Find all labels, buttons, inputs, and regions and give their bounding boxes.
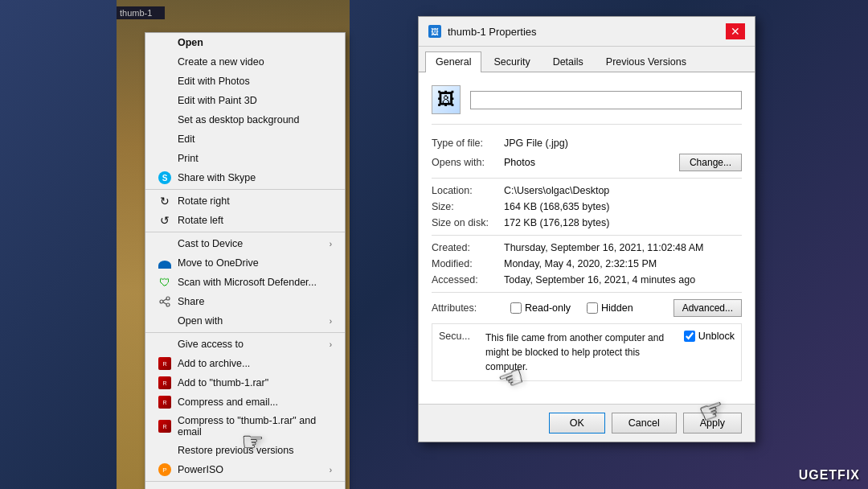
rar-add-icon: R — [158, 376, 171, 389]
location-value: C:\Users\olgac\Desktop — [504, 185, 742, 196]
ctx-open[interactable]: Open — [145, 33, 345, 52]
cancel-button[interactable]: Cancel — [612, 413, 677, 434]
ctx-print[interactable]: Print — [145, 149, 345, 168]
desktop-icon — [158, 113, 171, 126]
defender-icon: 🛡 — [158, 276, 171, 289]
separator-type — [432, 178, 742, 179]
ctx-give-access[interactable]: Give access to › — [145, 335, 345, 354]
ctx-cast-device[interactable]: Cast to Device › — [145, 234, 345, 253]
ctx-poweriso[interactable]: P PowerISO › — [145, 460, 345, 479]
location-row: Location: C:\Users\olgac\Desktop — [432, 185, 742, 196]
security-row: Secu... This file came from another comp… — [432, 323, 742, 381]
tab-previous-versions[interactable]: Previous Versions — [596, 51, 697, 72]
opens-with-value: Photos — [504, 157, 673, 168]
readonly-label: Read-only — [525, 302, 571, 314]
accessed-value: Today, September 16, 2021, 4 minutes ago — [504, 274, 742, 286]
separator-1 — [145, 189, 345, 190]
ok-button[interactable]: OK — [549, 413, 605, 434]
dialog-title-icon: 🖼 — [428, 25, 441, 38]
unblock-checkbox[interactable] — [684, 331, 695, 342]
svg-line-4 — [163, 302, 166, 304]
apply-button[interactable]: Apply — [683, 413, 742, 434]
access-icon — [158, 338, 171, 351]
size-disk-row: Size on disk: 172 KB (176,128 bytes) — [432, 217, 742, 228]
open-with-arrow: › — [330, 317, 332, 326]
skype-icon: S — [158, 171, 171, 184]
file-icon-large: 🖼 — [432, 85, 461, 114]
print-icon — [158, 152, 171, 165]
cast-arrow: › — [330, 240, 332, 249]
hidden-label: Hidden — [601, 302, 633, 314]
accessed-label: Accessed: — [432, 274, 504, 286]
readonly-checkbox[interactable] — [510, 302, 522, 314]
hidden-checkbox-item: Hidden — [587, 302, 633, 314]
ctx-move-onedrive[interactable]: Move to OneDrive — [145, 253, 345, 273]
compress-rar-icon: R — [158, 420, 171, 433]
ctx-compress-email[interactable]: R Compress and email... — [145, 392, 345, 412]
separator-2 — [145, 232, 345, 232]
dialog-tabs: General Security Details Previous Versio… — [419, 47, 755, 72]
tab-security[interactable]: Security — [483, 51, 540, 72]
ctx-rotate-right[interactable]: ↻ Rotate right — [145, 191, 345, 211]
modified-label: Modified: — [432, 258, 504, 269]
size-row: Size: 164 KB (168,635 bytes) — [432, 201, 742, 212]
file-name-input[interactable] — [470, 91, 742, 109]
file-thumbnail-label: thumb-1 — [117, 6, 165, 19]
dialog-footer: OK Cancel Apply — [419, 404, 755, 442]
ctx-edit[interactable]: Edit — [145, 129, 345, 149]
rar-archive-icon: R — [158, 357, 171, 370]
cast-icon — [158, 237, 171, 250]
security-label: Secu... — [439, 331, 479, 342]
ctx-add-archive[interactable]: R Add to archive... — [145, 354, 345, 373]
unblock-checkbox-item: Unblock — [684, 331, 735, 342]
compress-email-icon: R — [158, 396, 171, 409]
onedrive-icon — [158, 257, 171, 269]
opens-with-row: Opens with: Photos Change... — [432, 154, 742, 171]
created-value: Thursday, September 16, 2021, 11:02:48 A… — [504, 242, 742, 253]
hidden-checkbox[interactable] — [587, 302, 598, 314]
size-value: 164 KB (168,635 bytes) — [504, 201, 742, 212]
unblock-label: Unblock — [698, 331, 735, 342]
separator-sizes — [432, 235, 742, 236]
context-menu: Open Create a new video Edit with Photos… — [145, 32, 346, 489]
properties-dialog: 🖼 thumb-1 Properties ✕ General Security … — [418, 16, 755, 442]
type-value: JPG File (.jpg) — [504, 138, 742, 149]
ctx-share-skype[interactable]: S Share with Skype — [145, 168, 345, 187]
file-header: 🖼 — [432, 85, 742, 125]
size-label: Size: — [432, 201, 504, 212]
ctx-edit-photos[interactable]: Edit with Photos — [145, 72, 345, 91]
give-access-arrow: › — [330, 340, 332, 349]
svg-point-0 — [166, 297, 170, 300]
ctx-send-to[interactable]: Send to › — [145, 483, 345, 489]
size-disk-label: Size on disk: — [432, 217, 504, 228]
svg-point-1 — [160, 300, 163, 303]
ctx-open-with[interactable]: Open with › — [145, 311, 345, 331]
ctx-rotate-left[interactable]: ↺ Rotate left — [145, 211, 345, 230]
type-label: Type of file: — [432, 138, 504, 149]
paint3d-icon — [158, 94, 171, 107]
tab-details[interactable]: Details — [542, 51, 594, 72]
accessed-row: Accessed: Today, September 16, 2021, 4 m… — [432, 274, 742, 286]
ctx-create-new-video[interactable]: Create a new video — [145, 52, 345, 72]
dialog-close-button[interactable]: ✕ — [726, 23, 745, 39]
open-icon — [158, 36, 171, 49]
type-row: Type of file: JPG File (.jpg) — [432, 138, 742, 149]
change-button[interactable]: Change... — [679, 154, 742, 171]
advanced-button[interactable]: Advanced... — [674, 299, 742, 317]
ctx-edit-paint3d[interactable]: Edit with Paint 3D — [145, 91, 345, 110]
readonly-checkbox-item: Read-only — [510, 302, 571, 314]
rotate-left-icon: ↺ — [158, 214, 171, 227]
ctx-share[interactable]: Share — [145, 292, 345, 311]
separator-3 — [145, 332, 345, 333]
ctx-set-desktop-bg[interactable]: Set as desktop background — [145, 110, 345, 129]
photos-icon — [158, 75, 171, 88]
share-icon — [158, 295, 171, 308]
ctx-scan-defender[interactable]: 🛡 Scan with Microsoft Defender... — [145, 273, 345, 292]
ctx-add-rar[interactable]: R Add to "thumb-1.rar" — [145, 373, 345, 392]
separator-dates — [432, 292, 742, 293]
tab-general[interactable]: General — [425, 51, 481, 72]
poweriso-icon: P — [158, 463, 171, 476]
opens-with-label: Opens with: — [432, 157, 504, 168]
ctx-compress-rar-email[interactable]: R Compress to "thumb-1.rar" and email — [145, 412, 345, 441]
ctx-restore-prev[interactable]: Restore previous versions — [145, 441, 345, 460]
